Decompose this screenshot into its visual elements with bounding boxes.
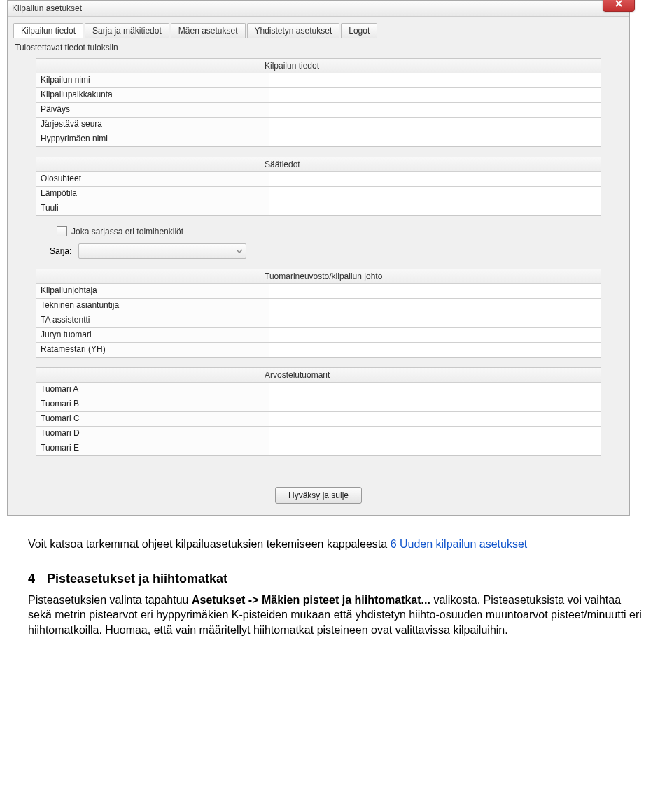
panel-header: Tuomarineuvosto/kilpailun johto xyxy=(36,269,601,284)
row-label: Tuomari C xyxy=(36,412,270,426)
row-label: Ratamestari (YH) xyxy=(36,343,270,357)
sarja-select[interactable] xyxy=(78,243,246,259)
header-label-col xyxy=(41,160,265,169)
row-value[interactable] xyxy=(270,313,601,327)
table-row: Olosuhteet xyxy=(36,172,601,187)
table-row: Järjestävä seura xyxy=(36,118,601,132)
tab-bar: Kilpailun tiedot Sarja ja mäkitiedot Mäe… xyxy=(8,17,629,38)
row-value[interactable] xyxy=(270,343,601,357)
header-label-col xyxy=(41,271,265,281)
row-label: TA assistentti xyxy=(36,313,270,327)
row-label: Kilpailunjohtaja xyxy=(36,284,270,298)
table-row: Tuomari D xyxy=(36,427,601,441)
row-label: Tuomari A xyxy=(36,383,270,397)
panel-header: Arvostelutuomarit xyxy=(36,368,601,383)
row-label: Tuuli xyxy=(36,201,270,215)
header-label-col xyxy=(41,370,265,380)
sarja-row: Sarja: xyxy=(50,243,601,259)
doc-paragraph: Pisteasetuksien valinta tapahtuu Asetuks… xyxy=(28,593,644,638)
row-label: Kilpailun nimi xyxy=(36,73,270,87)
table-row: Kilpailunjohtaja xyxy=(36,284,601,299)
close-icon xyxy=(615,0,623,8)
table-row: Kilpailupaikkakunta xyxy=(36,88,601,103)
doc-heading-number: 4 xyxy=(28,570,43,587)
table-row: Tuuli xyxy=(36,201,601,215)
titlebar: Kilpailun asetukset xyxy=(8,1,629,17)
table-row: Tuomari A xyxy=(36,383,601,397)
settings-window: Kilpailun asetukset Kilpailun tiedot Sar… xyxy=(7,0,630,516)
table-row: Lämpötila xyxy=(36,187,601,201)
row-label: Hyppyrimäen nimi xyxy=(36,132,270,146)
table-row: Hyppyrimäen nimi xyxy=(36,132,601,146)
table-row: Juryn tuomari xyxy=(36,328,601,343)
section-label: Tulostettavat tiedot tuloksiin xyxy=(8,38,629,54)
row-label: Tuomari E xyxy=(36,441,270,455)
doc-heading-title: Pisteasetukset ja hiihtomatkat xyxy=(47,572,227,586)
row-label: Järjestävä seura xyxy=(36,118,270,132)
panel-saatiedot: Säätiedot Olosuhteet Lämpötila Tuuli xyxy=(36,157,601,216)
header-value-col: Arvostelutuomarit xyxy=(265,370,596,380)
row-value[interactable] xyxy=(270,187,601,201)
doc-text-fragment: Pisteasetuksien valinta tapahtuu xyxy=(28,594,192,606)
doc-link-chapter-6[interactable]: 6 Uuden kilpailun asetukset xyxy=(391,538,528,550)
panel-tuomarineuvosto: Tuomarineuvosto/kilpailun johto Kilpailu… xyxy=(36,269,601,358)
chevron-down-icon xyxy=(236,248,243,255)
table-row: TA assistentti xyxy=(36,313,601,328)
row-value[interactable] xyxy=(270,88,601,102)
row-value[interactable] xyxy=(270,73,601,87)
doc-paragraph: Voit katsoa tarkemmat ohjeet kilpailuase… xyxy=(28,537,644,552)
row-label: Juryn tuomari xyxy=(36,328,270,342)
checkbox-row: Joka sarjassa eri toimihenkilöt xyxy=(57,226,601,236)
table-row: Tekninen asiantuntija xyxy=(36,299,601,313)
table-row: Kilpailun nimi xyxy=(36,73,601,88)
sarja-label: Sarja: xyxy=(50,246,71,256)
checkbox-eri-toimihenkilot[interactable] xyxy=(57,226,67,236)
row-value[interactable] xyxy=(270,441,601,455)
row-value[interactable] xyxy=(270,201,601,215)
table-row: Ratamestari (YH) xyxy=(36,343,601,357)
row-value[interactable] xyxy=(270,284,601,298)
row-value[interactable] xyxy=(270,118,601,132)
table-row: Päiväys xyxy=(36,103,601,118)
tab-maen-asetukset[interactable]: Mäen asetukset xyxy=(171,23,246,38)
row-value[interactable] xyxy=(270,328,601,342)
row-label: Tuomari B xyxy=(36,397,270,411)
approve-close-button[interactable]: Hyväksy ja sulje xyxy=(275,487,362,504)
panel-header: Säätiedot xyxy=(36,157,601,172)
row-value[interactable] xyxy=(270,427,601,441)
row-label: Lämpötila xyxy=(36,187,270,201)
checkbox-label: Joka sarjassa eri toimihenkilöt xyxy=(71,227,183,236)
content-area: Kilpailun tiedot Kilpailun nimi Kilpailu… xyxy=(8,54,629,473)
header-value-col: Kilpailun tiedot xyxy=(265,61,596,71)
row-value[interactable] xyxy=(270,172,601,186)
row-value[interactable] xyxy=(270,299,601,313)
tab-kilpailun-tiedot[interactable]: Kilpailun tiedot xyxy=(13,23,83,38)
header-value-col: Säätiedot xyxy=(265,160,596,169)
tab-sarja-makitiedot[interactable]: Sarja ja mäkitiedot xyxy=(85,23,169,38)
row-label: Tuomari D xyxy=(36,427,270,441)
row-value[interactable] xyxy=(270,132,601,146)
row-value[interactable] xyxy=(270,103,601,117)
table-row: Tuomari E xyxy=(36,441,601,455)
header-label-col xyxy=(41,61,265,71)
tab-yhdistetyn-asetukset[interactable]: Yhdistetyn asetukset xyxy=(247,23,340,38)
row-label: Kilpailupaikkakunta xyxy=(36,88,270,102)
table-row: Tuomari B xyxy=(36,397,601,412)
table-row: Tuomari C xyxy=(36,412,601,427)
tab-logot[interactable]: Logot xyxy=(341,23,377,38)
panel-header: Kilpailun tiedot xyxy=(36,59,601,73)
doc-menu-path: Asetukset -> Mäkien pisteet ja hiihtomat… xyxy=(192,594,430,606)
row-value[interactable] xyxy=(270,412,601,426)
row-value[interactable] xyxy=(270,397,601,411)
panel-arvostelutuomarit: Arvostelutuomarit Tuomari A Tuomari B Tu… xyxy=(36,367,601,456)
header-value-col: Tuomarineuvosto/kilpailun johto xyxy=(265,271,596,281)
window-title: Kilpailun asetukset xyxy=(12,3,82,13)
close-button[interactable] xyxy=(603,0,635,12)
row-label: Olosuhteet xyxy=(36,172,270,186)
footer: Hyväksy ja sulje xyxy=(8,473,629,515)
doc-text: Voit katsoa tarkemmat ohjeet kilpailuase… xyxy=(28,537,644,638)
doc-heading: 4 Pisteasetukset ja hiihtomatkat xyxy=(28,570,644,587)
row-label: Päiväys xyxy=(36,103,270,117)
doc-text-fragment: Voit katsoa tarkemmat ohjeet kilpailuase… xyxy=(28,538,391,550)
row-value[interactable] xyxy=(270,383,601,397)
